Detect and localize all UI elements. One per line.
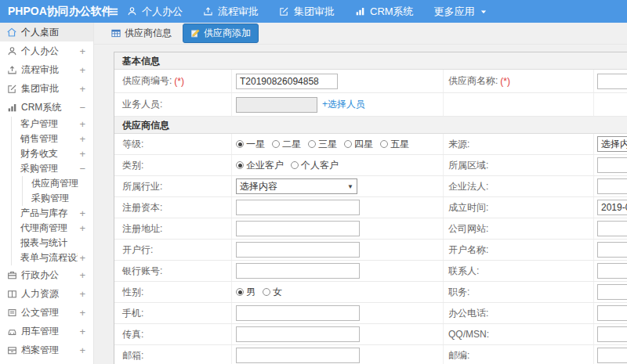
field-label-cell: 公司网站: <box>444 218 594 239</box>
section-header: 基本信息 <box>114 52 627 70</box>
field-label-cell: 类别: <box>114 155 232 175</box>
sidebar-item[interactable]: 用车管理+ <box>0 322 93 341</box>
radio-option[interactable]: 四星 <box>344 138 373 151</box>
radio-selected-icon[interactable] <box>236 161 244 169</box>
sidebar-item[interactable]: 行政办公+ <box>0 265 93 284</box>
sidebar-item[interactable]: 公文管理+ <box>0 303 93 322</box>
sidebar-item[interactable]: CRM系统− <box>0 98 93 117</box>
field-cell <box>232 197 444 218</box>
field-label: 供应商名称: <box>448 74 498 88</box>
account-name-input[interactable] <box>597 242 627 258</box>
collapse-minus-icon[interactable]: − <box>79 102 85 114</box>
topbar-item-5[interactable]: 更多应用 <box>434 5 487 19</box>
expand-plus-icon[interactable]: + <box>79 45 85 57</box>
field-cell <box>232 261 444 281</box>
expand-plus-icon[interactable]: + <box>79 207 85 219</box>
supplier-name-input[interactable] <box>597 74 627 89</box>
choose-person-link[interactable]: +选择人员 <box>322 98 365 111</box>
topbar-item-2[interactable]: 流程审批 <box>203 5 259 19</box>
sidebar-item[interactable]: 个人办公+ <box>0 41 93 60</box>
email-input[interactable] <box>236 348 360 363</box>
registered-address-input[interactable] <box>236 221 360 236</box>
website-input[interactable] <box>597 221 627 236</box>
supplier-code-input[interactable] <box>236 74 338 89</box>
founding-date-input[interactable] <box>597 200 627 215</box>
radio-selected-icon[interactable] <box>236 288 244 296</box>
business-staff-input[interactable] <box>236 97 317 113</box>
expand-plus-icon[interactable]: + <box>79 148 85 160</box>
expand-plus-icon[interactable]: + <box>79 83 85 95</box>
tab-supplier-add[interactable]: 供应商添加 <box>183 23 259 43</box>
sidebar-item[interactable]: 档案管理+ <box>0 341 93 359</box>
tab-supplier-info[interactable]: 供应商信息 <box>104 23 178 43</box>
expand-plus-icon[interactable]: + <box>79 222 85 234</box>
topbar-item-label: CRM系统 <box>370 5 414 19</box>
radio-icon[interactable] <box>308 140 316 148</box>
expand-plus-icon[interactable]: + <box>79 133 85 145</box>
radio-selected-icon[interactable] <box>236 140 244 148</box>
sidebar-item[interactable]: 代理商管理+ <box>12 221 93 236</box>
radio-option[interactable]: 企业客户 <box>236 159 284 172</box>
sidebar-item[interactable]: 表单与流程设置+ <box>12 250 93 265</box>
sidebar-item[interactable]: 供应商管理 <box>23 176 93 191</box>
expand-plus-icon[interactable]: + <box>79 64 85 76</box>
radio-icon[interactable] <box>344 140 352 148</box>
chart-icon <box>6 102 17 113</box>
sidebar-item[interactable]: 采购管理− <box>12 161 93 176</box>
expand-plus-icon[interactable]: + <box>79 344 85 356</box>
radio-option[interactable]: 女 <box>263 286 282 299</box>
expand-plus-icon[interactable]: + <box>79 288 85 300</box>
sidebar-item[interactable]: 集团审批+ <box>0 79 93 98</box>
source-select[interactable]: 选择内容▼ <box>597 136 627 152</box>
sidebar-item[interactable]: 采购管理 <box>23 191 93 206</box>
region-input[interactable] <box>597 157 627 173</box>
field-label-cell: 职务: <box>444 282 594 302</box>
industry-select[interactable]: 选择内容▼ <box>236 178 357 194</box>
legal-person-input[interactable] <box>597 178 627 194</box>
contact-input[interactable] <box>597 263 627 279</box>
required-marker: (*) <box>500 76 510 87</box>
collapse-minus-icon[interactable]: − <box>79 163 85 175</box>
qq-msn-input[interactable] <box>597 326 627 342</box>
hamburger-menu-icon[interactable] <box>100 5 127 18</box>
radio-label: 个人客户 <box>301 159 339 172</box>
sidebar-item-label: 产品与库存 <box>20 207 78 220</box>
radio-icon[interactable] <box>291 161 299 169</box>
radio-option[interactable]: 个人客户 <box>291 159 339 172</box>
radio-option[interactable]: 一星 <box>236 138 265 151</box>
sidebar-item[interactable]: 客户管理+ <box>12 117 93 132</box>
sidebar-item[interactable]: 财务收支+ <box>12 146 93 161</box>
sidebar-item[interactable]: 报表与统计 <box>12 236 93 250</box>
radio-icon[interactable] <box>263 288 270 296</box>
sidebar-item[interactable]: 流程审批+ <box>0 60 93 79</box>
topbar-item-3[interactable]: 集团审批 <box>279 5 335 19</box>
sidebar-item[interactable]: 个人桌面 <box>0 23 93 41</box>
radio-label: 四星 <box>354 138 373 151</box>
radio-option[interactable]: 五星 <box>380 138 409 151</box>
expand-plus-icon[interactable]: + <box>79 269 85 281</box>
topbar-item-1[interactable]: 个人办公 <box>127 5 183 19</box>
registered-capital-input[interactable] <box>236 200 360 215</box>
radio-option[interactable]: 男 <box>236 286 256 299</box>
sidebar-item[interactable]: 人力资源+ <box>0 284 93 303</box>
zipcode-input[interactable] <box>597 348 627 363</box>
office-phone-input[interactable] <box>597 305 627 321</box>
expand-plus-icon[interactable]: + <box>79 307 85 319</box>
bank-input[interactable] <box>236 242 360 258</box>
expand-plus-icon[interactable]: + <box>79 326 85 337</box>
bank-account-input[interactable] <box>236 263 360 279</box>
sidebar-item[interactable]: 产品与库存+ <box>12 206 93 221</box>
topbar-item-4[interactable]: CRM系统 <box>355 5 414 19</box>
mobile-input[interactable] <box>236 305 360 321</box>
expand-plus-icon[interactable]: + <box>79 252 85 264</box>
job-title-input[interactable] <box>597 284 627 300</box>
radio-icon[interactable] <box>380 140 388 148</box>
field-cell <box>232 70 444 92</box>
expand-plus-icon[interactable]: + <box>79 118 85 130</box>
fax-input[interactable] <box>236 326 360 342</box>
radio-option[interactable]: 二星 <box>272 138 301 151</box>
radio-icon[interactable] <box>272 140 280 148</box>
field-label: 开户名称: <box>448 243 488 257</box>
sidebar-item[interactable]: 销售管理+ <box>12 132 93 146</box>
radio-option[interactable]: 三星 <box>308 138 337 151</box>
